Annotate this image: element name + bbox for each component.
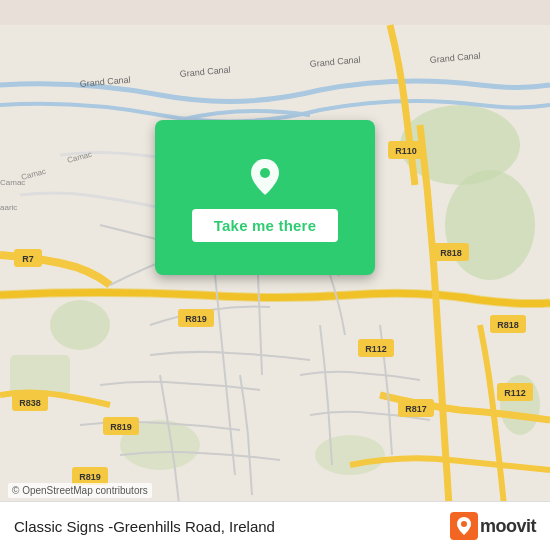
svg-text:R112: R112: [504, 388, 526, 398]
svg-point-39: [260, 168, 270, 178]
svg-text:R818: R818: [497, 320, 519, 330]
svg-point-6: [315, 435, 385, 475]
svg-text:R112: R112: [365, 344, 387, 354]
svg-text:Camac: Camac: [0, 178, 25, 187]
svg-text:R818: R818: [440, 248, 462, 258]
map-container: R110 R819 R818 R818 R817 R112 R112 R838 …: [0, 0, 550, 550]
location-label: Classic Signs -Greenhills Road, Ireland: [14, 518, 275, 535]
road-network: R110 R819 R818 R818 R817 R112 R112 R838 …: [0, 0, 550, 550]
svg-point-3: [50, 300, 110, 350]
bottom-bar: Classic Signs -Greenhills Road, Ireland …: [0, 501, 550, 550]
svg-text:R819: R819: [185, 314, 207, 324]
svg-text:R7: R7: [22, 254, 34, 264]
svg-text:aaric: aaric: [0, 203, 17, 212]
svg-text:R819: R819: [110, 422, 132, 432]
svg-text:R110: R110: [395, 146, 417, 156]
moovit-brand-text: moovit: [480, 516, 536, 537]
svg-text:R819: R819: [79, 472, 101, 482]
svg-text:R817: R817: [405, 404, 427, 414]
svg-point-2: [445, 170, 535, 280]
svg-rect-4: [10, 355, 70, 395]
map-attribution: © OpenStreetMap contributors: [8, 483, 152, 498]
location-pin-icon: [241, 153, 289, 201]
svg-point-41: [461, 521, 467, 527]
moovit-logo-icon: moovit: [450, 512, 536, 540]
take-me-there-button[interactable]: Take me there: [192, 209, 338, 242]
navigation-card: Take me there: [155, 120, 375, 275]
svg-text:R838: R838: [19, 398, 41, 408]
moovit-icon: [450, 512, 478, 540]
